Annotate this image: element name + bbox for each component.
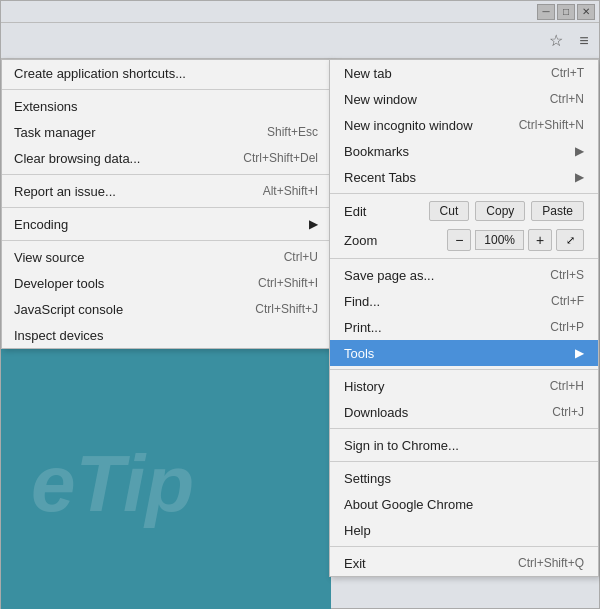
menu-item-signin[interactable]: Sign in to Chrome...: [330, 432, 598, 458]
left-menu-item-encoding[interactable]: Encoding ▶: [2, 211, 330, 237]
left-menu-item-inspect-devices[interactable]: Inspect devices: [2, 322, 330, 348]
menu-item-new-tab[interactable]: New tab Ctrl+T: [330, 60, 598, 86]
menu-item-settings[interactable]: Settings: [330, 465, 598, 491]
minimize-button[interactable]: ─: [537, 4, 555, 20]
menu-item-bookmarks[interactable]: Bookmarks ▶: [330, 138, 598, 164]
left-menu-item-report-issue[interactable]: Report an issue... Alt+Shift+I: [2, 178, 330, 204]
left-menu-item-view-source[interactable]: View source Ctrl+U: [2, 244, 330, 270]
edit-row: Edit Cut Copy Paste: [330, 197, 598, 225]
zoom-out-button[interactable]: −: [447, 229, 471, 251]
menu-item-history[interactable]: History Ctrl+H: [330, 373, 598, 399]
zoom-row: Zoom − 100% + ⤢: [330, 225, 598, 255]
chrome-main-menu: New tab Ctrl+T New window Ctrl+N New inc…: [329, 59, 599, 577]
toolbar-right: ☆ ≡: [545, 30, 595, 52]
tools-submenu: Create application shortcuts... Extensio…: [1, 59, 331, 349]
menu-item-about[interactable]: About Google Chrome: [330, 491, 598, 517]
fullscreen-button[interactable]: ⤢: [556, 229, 584, 251]
menu-item-print[interactable]: Print... Ctrl+P: [330, 314, 598, 340]
chrome-menu-icon[interactable]: ≡: [573, 30, 595, 52]
menu-item-save-page[interactable]: Save page as... Ctrl+S: [330, 262, 598, 288]
left-menu-item-javascript-console[interactable]: JavaScript console Ctrl+Shift+J: [2, 296, 330, 322]
menu-item-recent-tabs[interactable]: Recent Tabs ▶: [330, 164, 598, 190]
menu-separator-3: [2, 207, 330, 208]
menu-item-new-incognito[interactable]: New incognito window Ctrl+Shift+N: [330, 112, 598, 138]
menu-item-help[interactable]: Help: [330, 517, 598, 543]
menu-separator-4: [2, 240, 330, 241]
menu-separator-edit: [330, 193, 598, 194]
browser-window: ─ □ ✕ ☆ ≡: [0, 0, 600, 609]
zoom-in-button[interactable]: +: [528, 229, 552, 251]
left-menu-item-extensions[interactable]: Extensions: [2, 93, 330, 119]
menu-item-exit[interactable]: Exit Ctrl+Shift+Q: [330, 550, 598, 576]
menu-separator-2: [2, 174, 330, 175]
menu-separator-exit: [330, 546, 598, 547]
watermark-text: eTip: [31, 438, 194, 530]
left-menu-item-clear-browsing[interactable]: Clear browsing data... Ctrl+Shift+Del: [2, 145, 330, 171]
menu-separator: [2, 89, 330, 90]
menu-separator-save: [330, 258, 598, 259]
menu-separator-signin: [330, 428, 598, 429]
left-menu-item-developer-tools[interactable]: Developer tools Ctrl+Shift+I: [2, 270, 330, 296]
menu-item-find[interactable]: Find... Ctrl+F: [330, 288, 598, 314]
menu-separator-settings: [330, 461, 598, 462]
title-bar: ─ □ ✕: [1, 1, 599, 23]
toolbar: ☆ ≡: [1, 23, 599, 59]
menu-separator-history: [330, 369, 598, 370]
menu-item-downloads[interactable]: Downloads Ctrl+J: [330, 399, 598, 425]
zoom-value-display: 100%: [475, 230, 524, 250]
paste-button[interactable]: Paste: [531, 201, 584, 221]
cut-button[interactable]: Cut: [429, 201, 470, 221]
copy-button[interactable]: Copy: [475, 201, 525, 221]
maximize-button[interactable]: □: [557, 4, 575, 20]
left-menu-item-task-manager[interactable]: Task manager Shift+Esc: [2, 119, 330, 145]
menu-item-tools[interactable]: Tools ▶: [330, 340, 598, 366]
bookmark-star-icon[interactable]: ☆: [545, 30, 567, 52]
close-button[interactable]: ✕: [577, 4, 595, 20]
left-menu-item-create-shortcuts[interactable]: Create application shortcuts...: [2, 60, 330, 86]
menu-item-new-window[interactable]: New window Ctrl+N: [330, 86, 598, 112]
